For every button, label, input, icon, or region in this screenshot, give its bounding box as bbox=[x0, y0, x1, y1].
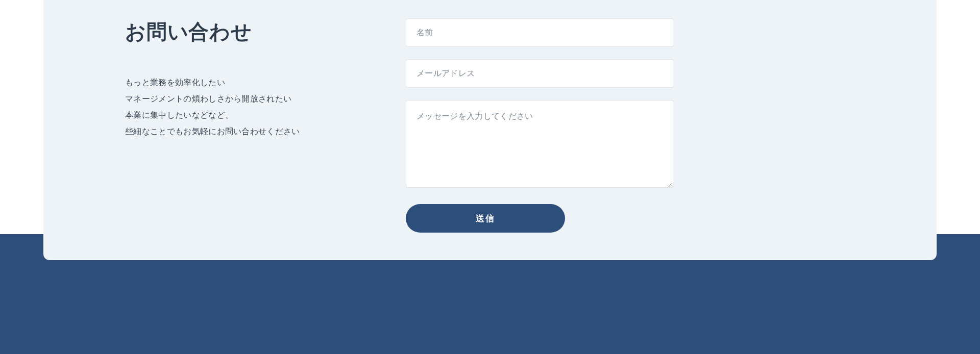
name-field-wrapper bbox=[406, 18, 673, 47]
contact-desc-line: マネージメントの煩わしさから開放されたい bbox=[125, 91, 365, 107]
contact-card-inner: お問い合わせ もっと業務を効率化したい マネージメントの煩わしさから開放されたい… bbox=[125, 18, 753, 233]
contact-desc-line: 些細なことでもお気軽にお問い合わせください bbox=[125, 123, 365, 140]
contact-heading: お問い合わせ bbox=[125, 18, 365, 45]
contact-desc-line: もっと業務を効率化したい bbox=[125, 74, 365, 91]
message-field-wrapper bbox=[406, 100, 673, 190]
contact-form: 送信 bbox=[406, 18, 673, 233]
contact-description: もっと業務を効率化したい マネージメントの煩わしさから開放されたい 本業に集中し… bbox=[125, 74, 365, 140]
contact-desc-line: 本業に集中したいなどなど、 bbox=[125, 107, 365, 123]
email-field-wrapper bbox=[406, 59, 673, 88]
contact-card: お問い合わせ もっと業務を効率化したい マネージメントの煩わしさから開放されたい… bbox=[43, 0, 937, 260]
contact-info-column: お問い合わせ もっと業務を効率化したい マネージメントの煩わしさから開放されたい… bbox=[125, 18, 365, 233]
submit-button[interactable]: 送信 bbox=[406, 204, 565, 233]
message-textarea[interactable] bbox=[406, 100, 673, 188]
email-input[interactable] bbox=[406, 59, 673, 88]
name-input[interactable] bbox=[406, 18, 673, 47]
contact-form-column: 送信 bbox=[406, 18, 673, 233]
